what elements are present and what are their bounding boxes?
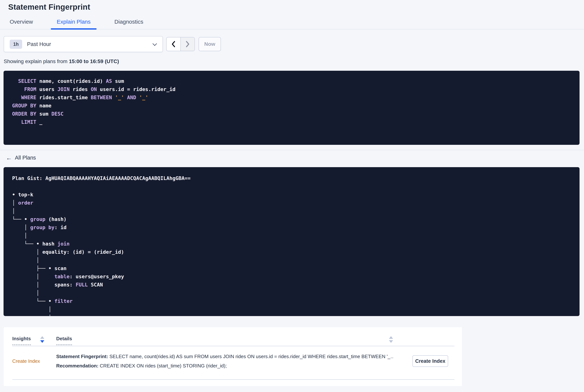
recommendation-text: CREATE INDEX ON rides (start_time) STORI… [98, 363, 227, 368]
code-line: └── • hash join [12, 240, 576, 248]
details-column-header[interactable]: Details [56, 336, 72, 345]
insights-card: Insights Details Create Index Statement … [4, 327, 462, 386]
code-line: │ table: users@users_pkey [12, 272, 576, 281]
insights-header-cell: Insights [12, 336, 56, 345]
now-button[interactable]: Now [199, 37, 221, 51]
code-line: │ spans: FULL SCAN [12, 281, 576, 289]
time-range-label: Past Hour [27, 41, 51, 47]
insight-type-link[interactable]: Create Index [12, 358, 40, 364]
code-line: • top-k [12, 190, 576, 199]
sort-down-triangle [40, 340, 44, 343]
chevron-right-icon [185, 40, 190, 48]
code-line: LIMIT _ [12, 118, 576, 126]
code-line: │ order [12, 199, 576, 207]
insights-table-header: Insights Details [12, 336, 455, 345]
plan-gist-panel: Plan Gist: AgHUAQIABQAAAAHYAQIAiAEAAAADC… [3, 167, 580, 316]
back-arrow-icon: ← [6, 155, 12, 161]
showing-range-text: Showing explain plans from 15:00 to 16:5… [4, 58, 580, 64]
code-line: │ equality: (id) = (rider_id) [12, 248, 576, 256]
tab-bar: Overview Explain Plans Diagnostics [0, 18, 584, 30]
fingerprint-text: SELECT name, count(rides.id) AS sum FROM… [108, 354, 393, 359]
all-plans-label: All Plans [15, 155, 36, 161]
code-line: Plan Gist: AgHUAQIABQAAAAHYAQIAiAEAAAADC… [12, 174, 576, 182]
code-line: │ [12, 305, 576, 314]
showing-prefix: Showing explain plans from [4, 58, 69, 64]
details-header-cell: Details [56, 336, 393, 345]
divider [12, 379, 455, 380]
code-line: FROM users JOIN rides ON users.id = ride… [12, 85, 576, 94]
all-plans-link[interactable]: ← All Plans [6, 155, 36, 161]
time-range-dropdown[interactable]: 1h Past Hour [4, 36, 163, 52]
insights-column-header[interactable]: Insights [12, 336, 31, 345]
code-line: └── • group (hash) [12, 215, 576, 223]
chevron-down-icon [152, 41, 157, 46]
sql-fingerprint-panel: SELECT name, count(rides.id) AS sum FROM… [3, 71, 580, 145]
code-line: │ group by: id [12, 223, 576, 232]
tab-explain-plans[interactable]: Explain Plans [51, 18, 97, 29]
code-line: │ [12, 232, 576, 240]
sort-down-triangle [389, 340, 393, 343]
duration-badge: 1h [10, 40, 22, 49]
previous-time-button[interactable] [167, 38, 181, 51]
code-line: │ [12, 314, 576, 316]
code-line: ORDER BY sum DESC [12, 110, 576, 118]
recommendation-line: Recommendation: CREATE INDEX ON rides (s… [56, 361, 393, 370]
code-line: ├── • scan [12, 264, 576, 272]
code-line: │ [12, 289, 576, 297]
sort-up-triangle [40, 336, 44, 339]
statement-fingerprint-line: Statement Fingerprint: SELECT name, coun… [56, 352, 393, 361]
create-index-button[interactable]: Create Index [412, 355, 448, 367]
time-pager [166, 37, 195, 51]
divider [0, 150, 584, 150]
code-line: GROUP BY name [12, 102, 576, 110]
time-controls: 1h Past Hour Now [4, 36, 580, 52]
code-line: SELECT name, count(rides.id) AS sum [12, 77, 576, 85]
code-line: │ [12, 207, 576, 215]
code-line: └── • filter [12, 297, 576, 305]
tab-diagnostics[interactable]: Diagnostics [108, 18, 149, 29]
chevron-left-icon [171, 40, 176, 48]
recommendation-label: Recommendation: [56, 363, 98, 368]
code-line: │ [12, 256, 576, 264]
tab-overview[interactable]: Overview [4, 18, 39, 29]
page-title: Statement Fingerprint [0, 0, 584, 12]
code-line [12, 182, 576, 190]
table-row: Create Index Statement Fingerprint: SELE… [12, 346, 455, 378]
insight-details: Statement Fingerprint: SELECT name, coun… [56, 352, 393, 370]
sort-icon[interactable] [40, 336, 44, 343]
next-time-button[interactable] [181, 38, 194, 51]
sort-up-triangle [389, 336, 393, 339]
showing-range: 15:00 to 16:59 (UTC) [69, 58, 119, 64]
code-line: WHERE rides.start_time BETWEEN '_' AND '… [12, 94, 576, 102]
sort-icon[interactable] [389, 336, 393, 343]
fingerprint-label: Statement Fingerprint: [56, 354, 108, 359]
